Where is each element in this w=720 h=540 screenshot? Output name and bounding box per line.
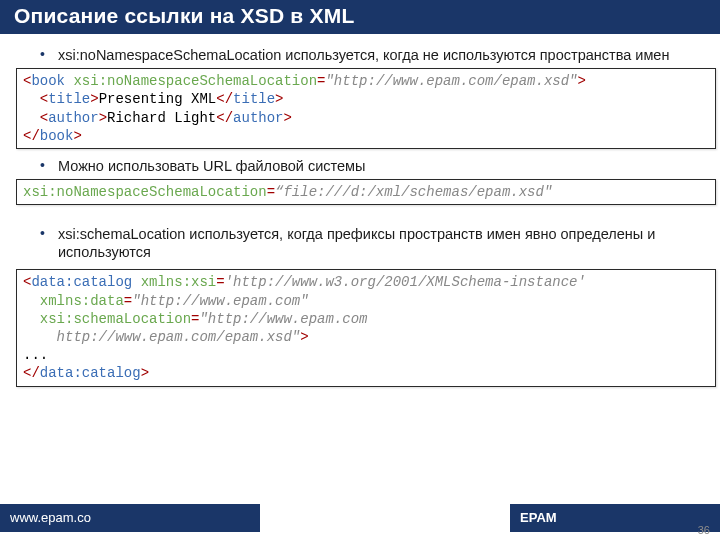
tag-name: title [48, 91, 90, 107]
slide-title: Описание ссылки на XSD в XML [0, 0, 720, 34]
indent [23, 91, 40, 107]
attr-value: 'http://www.w3.org/2001/XMLSchema-instan… [225, 274, 586, 290]
angle-close: > [99, 110, 107, 126]
angle-open: < [40, 91, 48, 107]
text-content: Presenting XML [99, 91, 217, 107]
indent [23, 329, 57, 345]
code-block-3: <data:catalog xmlns:xsi='http://www.w3.o… [16, 269, 716, 386]
angle-open: < [40, 110, 48, 126]
slide-content: xsi:noNamespaceSchemaLocation использует… [0, 34, 720, 387]
code-block-1: <book xsi:noNamespaceSchemaLocation="htt… [16, 68, 716, 149]
attr-value: “file:///d:/xml/schemas/epam.xsd" [275, 184, 552, 200]
attr-name: xsi:noNamespaceSchemaLocation [73, 73, 317, 89]
angle-close: > [300, 329, 308, 345]
tag-name: data:catalog [40, 365, 141, 381]
indent [23, 311, 40, 327]
attr-value: http://www.epam.com/epam.xsd" [57, 329, 301, 345]
angle-close: > [275, 91, 283, 107]
page-number: 36 [698, 524, 710, 536]
bullet-3: xsi:schemaLocation используется, когда п… [40, 225, 698, 261]
footer-brand: EPAM [510, 504, 720, 532]
tag-name: author [48, 110, 98, 126]
attr-name: xmlns:data [40, 293, 124, 309]
angle-open: </ [23, 365, 40, 381]
angle-close: > [578, 73, 586, 89]
tag-name: data:catalog [31, 274, 140, 290]
footer-site: www.epam.co [0, 504, 260, 532]
attr-name: xsi:noNamespaceSchemaLocation [23, 184, 267, 200]
ellipsis: ... [23, 347, 48, 363]
attr-value: "http://www.epam.com/epam.xsd" [325, 73, 577, 89]
angle-close: > [73, 128, 81, 144]
angle-close: > [90, 91, 98, 107]
tag-name: title [233, 91, 275, 107]
tag-name: author [233, 110, 283, 126]
equals: = [216, 274, 224, 290]
footer: www.epam.co EPAM 36 [0, 502, 720, 532]
angle-open: </ [23, 128, 40, 144]
attr-value: "http://www.epam.com" [132, 293, 308, 309]
bullet-1: xsi:noNamespaceSchemaLocation использует… [40, 46, 698, 64]
tag-name: book [31, 73, 73, 89]
tag-name: book [40, 128, 74, 144]
code-block-2: xsi:noNamespaceSchemaLocation=“file:///d… [16, 179, 716, 205]
text-content: Richard Light [107, 110, 216, 126]
indent [23, 110, 40, 126]
attr-name: xsi:schemaLocation [40, 311, 191, 327]
angle-open: </ [216, 110, 233, 126]
angle-open: </ [216, 91, 233, 107]
attr-value: "http://www.epam.com [199, 311, 367, 327]
equals: = [124, 293, 132, 309]
bullet-2: Можно использовать URL файловой системы [40, 157, 698, 175]
angle-close: > [284, 110, 292, 126]
angle-close: > [141, 365, 149, 381]
indent [23, 293, 40, 309]
attr-name: xmlns:xsi [141, 274, 217, 290]
equals: = [267, 184, 275, 200]
